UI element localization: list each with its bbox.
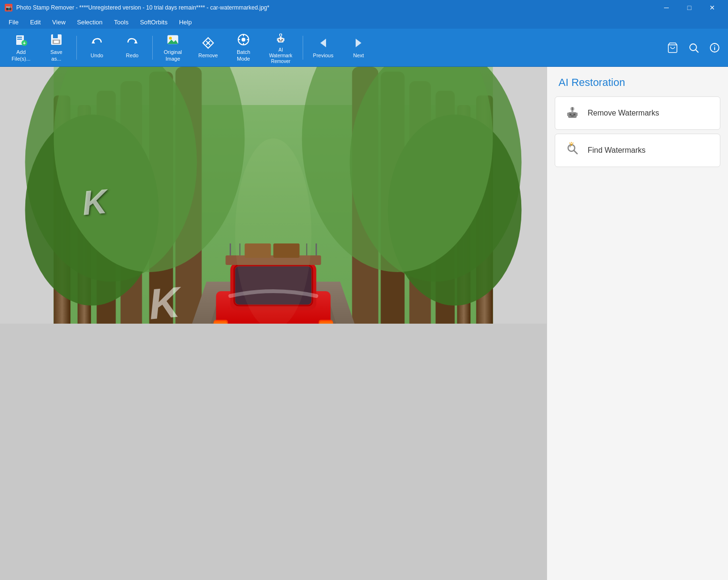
separator-2 xyxy=(152,36,153,60)
main-image: K xyxy=(0,67,547,324)
svg-point-26 xyxy=(282,39,283,40)
find-watermarks-button[interactable]: Find Watermarks xyxy=(555,134,720,167)
redo-label: Redo xyxy=(126,53,138,59)
svg-line-119 xyxy=(570,143,570,144)
image-area: K K xyxy=(0,67,547,580)
info-button[interactable] xyxy=(705,38,724,57)
title-bar-left: 📷 Photo Stamp Remover - ****Unregistered… xyxy=(5,4,269,11)
redo-button[interactable]: Redo xyxy=(115,31,149,65)
batch-mode-label: BatchMode xyxy=(237,49,250,62)
svg-rect-111 xyxy=(571,111,573,113)
svg-marker-9 xyxy=(92,40,95,43)
svg-rect-1 xyxy=(17,37,22,38)
svg-point-25 xyxy=(279,39,280,40)
menu-help[interactable]: Help xyxy=(174,17,197,28)
svg-rect-6 xyxy=(53,34,58,38)
title-bar-text: Photo Stamp Remover - ****Unregistered v… xyxy=(16,4,269,11)
search-toolbar-button[interactable] xyxy=(684,38,703,57)
svg-point-106 xyxy=(235,138,312,324)
svg-line-37 xyxy=(696,50,699,53)
toolbar-right xyxy=(663,38,724,57)
undo-label: Undo xyxy=(91,53,103,59)
svg-rect-8 xyxy=(54,41,59,43)
bottom-area xyxy=(0,324,547,580)
batch-mode-button[interactable]: BatchMode xyxy=(226,31,261,65)
cart-button[interactable] xyxy=(663,38,682,57)
remove-watermarks-button[interactable]: Remove Watermarks xyxy=(555,96,720,130)
main-content: K K AI Restoration xyxy=(0,67,728,580)
svg-rect-112 xyxy=(567,113,569,116)
separator-1 xyxy=(76,36,77,60)
svg-point-108 xyxy=(570,114,571,116)
svg-marker-34 xyxy=(356,39,361,47)
menu-file[interactable]: File xyxy=(4,17,23,28)
svg-text:+: + xyxy=(23,41,26,46)
previous-icon xyxy=(317,36,330,52)
find-watermarks-icon xyxy=(565,142,580,159)
svg-point-109 xyxy=(573,114,575,116)
add-files-icon: + xyxy=(14,33,28,48)
maximize-button[interactable]: □ xyxy=(678,0,700,15)
svg-rect-110 xyxy=(571,116,574,116)
next-button[interactable]: Next xyxy=(341,31,376,65)
image-viewport[interactable]: K K xyxy=(0,67,547,324)
ai-watermark-remover-button[interactable]: AIWatermarkRemover xyxy=(262,31,300,65)
save-as-label: Saveas... xyxy=(50,49,62,62)
menu-view[interactable]: View xyxy=(47,17,70,28)
svg-line-117 xyxy=(574,150,577,154)
svg-rect-27 xyxy=(279,41,282,42)
minimize-button[interactable]: ─ xyxy=(655,0,677,15)
svg-rect-113 xyxy=(576,113,578,116)
svg-rect-86 xyxy=(214,321,227,324)
svg-marker-33 xyxy=(320,39,326,47)
svg-rect-29 xyxy=(277,38,278,41)
svg-point-118 xyxy=(570,144,572,146)
svg-rect-115 xyxy=(572,107,573,110)
menu-selection[interactable]: Selection xyxy=(72,17,107,28)
menu-edit[interactable]: Edit xyxy=(25,17,45,28)
svg-point-39 xyxy=(714,45,715,46)
original-image-icon xyxy=(166,33,179,48)
redo-icon xyxy=(126,36,139,52)
add-files-button[interactable]: + AddFile(s)... xyxy=(4,31,38,65)
ai-watermark-remover-label: AIWatermarkRemover xyxy=(269,47,293,64)
undo-icon xyxy=(90,36,104,52)
ai-watermark-remover-icon xyxy=(274,31,287,46)
svg-rect-28 xyxy=(280,36,282,38)
svg-rect-32 xyxy=(280,34,281,36)
title-bar-controls: ─ □ ✕ xyxy=(655,0,723,15)
right-panel: AI Restoration Remove W xyxy=(547,67,728,580)
toolbar: + AddFile(s)... Saveas... Undo xyxy=(0,29,728,67)
svg-point-36 xyxy=(690,44,696,51)
undo-button[interactable]: Undo xyxy=(80,31,114,65)
title-bar: 📷 Photo Stamp Remover - ****Unregistered… xyxy=(0,0,728,15)
menu-tools[interactable]: Tools xyxy=(109,17,133,28)
remove-button[interactable]: Remove xyxy=(191,31,225,65)
original-image-button[interactable]: OriginalImage xyxy=(156,31,190,65)
app-icon: 📷 xyxy=(5,4,12,11)
remove-watermarks-icon xyxy=(565,105,580,122)
svg-line-120 xyxy=(572,143,573,144)
separator-3 xyxy=(303,36,303,60)
svg-rect-107 xyxy=(568,112,577,118)
menu-softorbits[interactable]: SoftOrbits xyxy=(135,17,172,28)
svg-rect-30 xyxy=(283,38,285,41)
close-button[interactable]: ✕ xyxy=(701,0,723,15)
svg-point-19 xyxy=(242,38,245,42)
menu-bar: File Edit View Selection Tools SoftOrbit… xyxy=(0,15,728,29)
svg-rect-24 xyxy=(278,38,284,42)
previous-button[interactable]: Previous xyxy=(306,31,340,65)
find-watermarks-label: Find Watermarks xyxy=(588,146,645,155)
panel-buttons: Remove Watermarks Find Watermarks xyxy=(547,96,728,167)
batch-mode-icon xyxy=(237,33,250,48)
svg-point-13 xyxy=(169,37,172,40)
svg-rect-88 xyxy=(320,321,333,324)
svg-marker-10 xyxy=(134,40,137,43)
svg-text:K: K xyxy=(147,277,187,323)
remove-watermarks-label: Remove Watermarks xyxy=(588,109,659,117)
previous-label: Previous xyxy=(313,53,334,59)
next-icon xyxy=(352,36,365,52)
save-as-button[interactable]: Saveas... xyxy=(39,31,74,65)
save-as-icon xyxy=(50,33,63,48)
remove-label: Remove xyxy=(199,53,218,59)
